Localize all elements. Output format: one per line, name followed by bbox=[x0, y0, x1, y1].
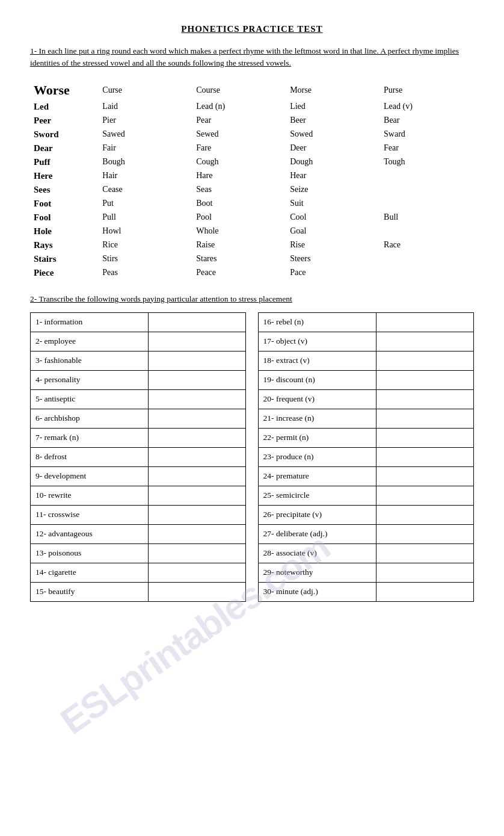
rhyme-key: Hole bbox=[30, 224, 99, 238]
rhyme-key: Sword bbox=[30, 128, 99, 141]
transcribe-right-word: 18- extract (v) bbox=[258, 351, 376, 370]
rhyme-option: Curse bbox=[99, 81, 192, 100]
transcribe-right-answer[interactable] bbox=[376, 312, 473, 332]
spacer bbox=[246, 312, 258, 332]
rhyme-option: Cease bbox=[99, 183, 192, 197]
transcribe-left-answer[interactable] bbox=[149, 312, 246, 332]
spacer bbox=[246, 563, 258, 582]
transcribe-left-answer[interactable] bbox=[149, 409, 246, 428]
transcribe-left-answer[interactable] bbox=[149, 582, 246, 601]
transcribe-right-answer[interactable] bbox=[376, 486, 473, 505]
spacer bbox=[246, 351, 258, 370]
rhyme-option bbox=[380, 183, 474, 197]
rhyme-option bbox=[380, 252, 474, 266]
transcribe-left-answer[interactable] bbox=[149, 447, 246, 466]
transcribe-left-answer[interactable] bbox=[149, 524, 246, 543]
section2-instruction: 2- Transcribe the following words paying… bbox=[30, 294, 474, 304]
rhyme-option: Course bbox=[192, 81, 286, 100]
rhyme-option: Lied bbox=[286, 100, 380, 114]
transcribe-right-answer[interactable] bbox=[376, 524, 473, 543]
rhyme-option: Stares bbox=[192, 252, 286, 266]
transcribe-left-word: 5- antiseptic bbox=[31, 389, 149, 409]
rhyme-option: Pier bbox=[99, 114, 192, 128]
spacer bbox=[246, 370, 258, 389]
rhyme-option: Steers bbox=[286, 252, 380, 266]
transcribe-left-word: 10- rewrite bbox=[31, 486, 149, 505]
transcribe-right-word: 24- premature bbox=[258, 466, 376, 486]
transcribe-right-answer[interactable] bbox=[376, 563, 473, 582]
rhyme-option: Lead (n) bbox=[192, 100, 286, 114]
rhyme-option: Laid bbox=[99, 100, 192, 114]
rhyme-option: Fair bbox=[99, 141, 192, 155]
rhyme-option: Fear bbox=[380, 141, 474, 155]
transcribe-right-word: 19- discount (n) bbox=[258, 370, 376, 389]
rhyme-key: Here bbox=[30, 169, 99, 183]
rhyme-option: Lead (v) bbox=[380, 100, 474, 114]
transcribe-right-answer[interactable] bbox=[376, 409, 473, 428]
transcribe-right-word: 22- permit (n) bbox=[258, 428, 376, 447]
transcribe-right-answer[interactable] bbox=[376, 466, 473, 486]
rhyme-option: Deer bbox=[286, 141, 380, 155]
rhyme-table: WorseCurseCourseMorsePurseLedLaidLead (n… bbox=[30, 81, 474, 280]
rhyme-option: Goal bbox=[286, 224, 380, 238]
transcribe-right-answer[interactable] bbox=[376, 351, 473, 370]
rhyme-option: Fare bbox=[192, 141, 286, 155]
rhyme-option: Put bbox=[99, 197, 192, 211]
rhyme-option: Bull bbox=[380, 211, 474, 224]
spacer bbox=[246, 332, 258, 351]
transcribe-right-answer[interactable] bbox=[376, 543, 473, 563]
rhyme-option: Suit bbox=[286, 197, 380, 211]
transcribe-right-word: 16- rebel (n) bbox=[258, 312, 376, 332]
rhyme-key: Dear bbox=[30, 141, 99, 155]
rhyme-option: Beer bbox=[286, 114, 380, 128]
spacer bbox=[246, 524, 258, 543]
rhyme-option: Sward bbox=[380, 128, 474, 141]
spacer bbox=[246, 428, 258, 447]
transcribe-right-answer[interactable] bbox=[376, 428, 473, 447]
transcribe-right-answer[interactable] bbox=[376, 582, 473, 601]
transcribe-left-answer[interactable] bbox=[149, 466, 246, 486]
rhyme-key: Peer bbox=[30, 114, 99, 128]
rhyme-option: Bough bbox=[99, 155, 192, 169]
rhyme-option bbox=[380, 197, 474, 211]
rhyme-option: Hare bbox=[192, 169, 286, 183]
spacer bbox=[246, 582, 258, 601]
transcribe-left-answer[interactable] bbox=[149, 389, 246, 409]
transcribe-right-word: 21- increase (n) bbox=[258, 409, 376, 428]
rhyme-option: Rise bbox=[286, 238, 380, 252]
transcribe-left-word: 12- advantageous bbox=[31, 524, 149, 543]
transcribe-left-answer[interactable] bbox=[149, 428, 246, 447]
rhyme-option: Dough bbox=[286, 155, 380, 169]
transcribe-left-answer[interactable] bbox=[149, 351, 246, 370]
spacer bbox=[246, 486, 258, 505]
rhyme-option: Bear bbox=[380, 114, 474, 128]
transcribe-left-answer[interactable] bbox=[149, 332, 246, 351]
rhyme-key: Foot bbox=[30, 197, 99, 211]
transcribe-right-answer[interactable] bbox=[376, 389, 473, 409]
transcribe-left-answer[interactable] bbox=[149, 563, 246, 582]
rhyme-key: Puff bbox=[30, 155, 99, 169]
transcribe-right-word: 25- semicircle bbox=[258, 486, 376, 505]
transcribe-right-answer[interactable] bbox=[376, 370, 473, 389]
transcribe-left-word: 4- personality bbox=[31, 370, 149, 389]
transcribe-left-word: 15- beautify bbox=[31, 582, 149, 601]
transcribe-left-answer[interactable] bbox=[149, 370, 246, 389]
rhyme-option: Raise bbox=[192, 238, 286, 252]
transcribe-right-answer[interactable] bbox=[376, 505, 473, 524]
rhyme-option: Sawed bbox=[99, 128, 192, 141]
rhyme-option: Cool bbox=[286, 211, 380, 224]
transcribe-right-answer[interactable] bbox=[376, 332, 473, 351]
transcribe-left-answer[interactable] bbox=[149, 486, 246, 505]
rhyme-option: Cough bbox=[192, 155, 286, 169]
transcribe-left-answer[interactable] bbox=[149, 543, 246, 563]
rhyme-option: Whole bbox=[192, 224, 286, 238]
transcribe-left-answer[interactable] bbox=[149, 505, 246, 524]
rhyme-option: Morse bbox=[286, 81, 380, 100]
rhyme-option: Hair bbox=[99, 169, 192, 183]
rhyme-option: Seas bbox=[192, 183, 286, 197]
transcribe-left-word: 1- information bbox=[31, 312, 149, 332]
rhyme-key: Led bbox=[30, 100, 99, 114]
spacer bbox=[246, 447, 258, 466]
transcribe-table: 1- information16- rebel (n)2- employee17… bbox=[30, 312, 474, 602]
transcribe-right-answer[interactable] bbox=[376, 447, 473, 466]
